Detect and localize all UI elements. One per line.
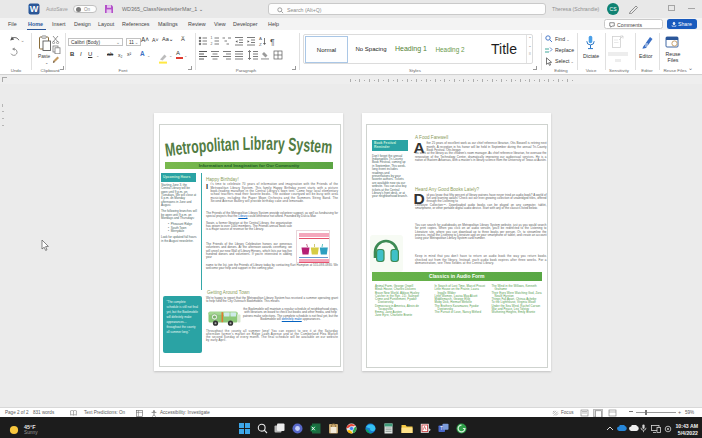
svg-text:A: A <box>259 36 262 41</box>
svg-text:T: T <box>440 426 443 431</box>
svg-text:2: 2 <box>210 42 212 46</box>
svg-text:⌄: ⌄ <box>21 37 25 43</box>
svg-text:Z: Z <box>259 42 262 46</box>
svg-text:Metropolitan Library System: Metropolitan Library System <box>164 133 334 159</box>
svg-text:1: 1 <box>210 36 212 40</box>
svg-text:W: W <box>30 4 39 14</box>
svg-text:¶: ¶ <box>270 37 275 46</box>
